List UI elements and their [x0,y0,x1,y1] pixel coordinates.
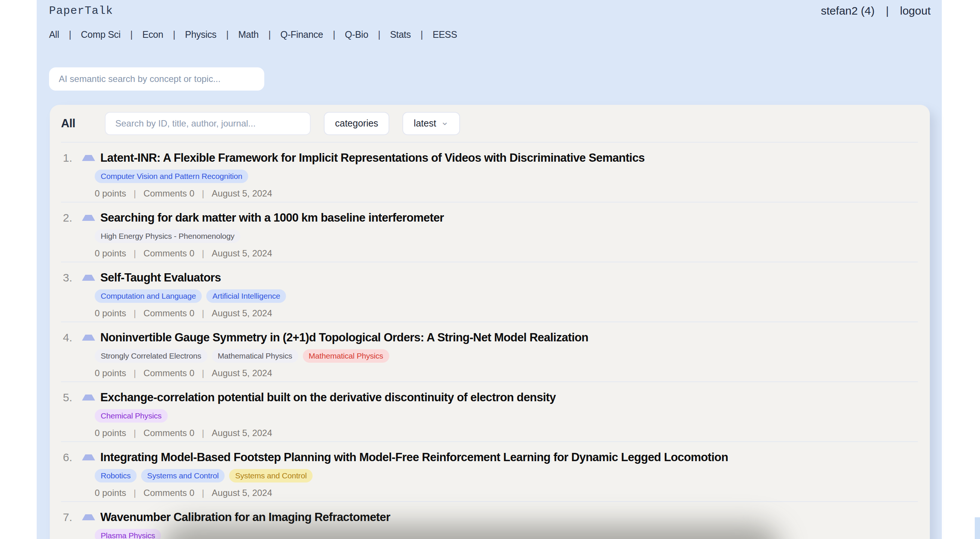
nav-item-eess[interactable]: EESS [433,29,457,40]
logout-link[interactable]: logout [900,5,931,17]
item-date: August 5, 2024 [212,248,272,259]
paper-title-link[interactable]: Wavenumber Calibration for an Imaging Re… [100,510,390,524]
paper-search-input[interactable] [105,112,311,135]
nav-item-math[interactable]: Math [239,29,259,40]
upvote-icon[interactable] [82,335,95,340]
nav-item-q-bio[interactable]: Q-Bio [345,29,368,40]
nav-separator: | [378,29,380,40]
meta-separator: | [202,248,204,259]
upvote-icon[interactable] [82,514,95,520]
upvote-icon[interactable] [82,215,95,221]
paper-title-link[interactable]: Self-Taught Evaluators [100,271,221,285]
tag-systems-and-control[interactable]: Systems and Control [229,469,313,482]
tag-artificial-intelligence[interactable]: Artificial Intelligence [206,289,286,303]
tag-strongly-correlated-electrons[interactable]: Strongly Correlated Electrons [95,349,207,363]
item-meta: 0 points | Comments 0 | August 5, 2024 [95,308,918,318]
tag-computer-vision-and-pattern-recognition[interactable]: Computer Vision and Pattern Recognition [95,170,248,183]
item-rank: 4. [61,331,72,344]
item-rank: 7. [61,511,72,524]
item-tags: Computer Vision and Pattern Recognition [95,170,918,183]
tag-plasma-physics[interactable]: Plasma Physics [95,529,161,539]
tag-mathematical-physics[interactable]: Mathematical Physics [303,349,389,363]
paper-title-link[interactable]: Latent-INR: A Flexible Framework for Imp… [100,151,644,165]
item-rank: 3. [61,271,72,284]
nav-separator: | [173,29,175,40]
meta-separator: | [202,368,204,378]
item-comments-link[interactable]: Comments 0 [143,428,194,438]
paper-title-link[interactable]: Searching for dark matter with a 1000 km… [100,211,444,224]
meta-separator: | [202,308,204,318]
sort-dropdown[interactable]: latest ⌄ [402,112,460,135]
categories-button[interactable]: categories [324,112,389,135]
nav-separator: | [420,29,423,40]
meta-separator: | [134,188,136,199]
upvote-icon[interactable] [82,394,95,401]
item-date: August 5, 2024 [212,488,272,498]
paper-list-panel: All categories latest ⌄ 1. Latent-INR: A… [50,105,930,539]
item-rank: 6. [61,451,72,464]
item-meta: 0 points | Comments 0 | August 5, 2024 [95,368,918,378]
meta-separator: | [202,428,204,438]
nav-item-physics[interactable]: Physics [185,29,216,40]
tag-robotics[interactable]: Robotics [95,469,137,482]
item-rank: 2. [61,211,72,224]
bottom-right-edge-strip [975,517,980,539]
nav-separator: | [130,29,132,40]
item-comments-link[interactable]: Comments 0 [143,248,194,259]
meta-separator: | [202,488,204,498]
item-tags: Strongly Correlated ElectronsMathematica… [95,349,918,363]
meta-separator: | [134,428,136,438]
categories-button-label: categories [335,118,378,129]
tag-chemical-physics[interactable]: Chemical Physics [95,409,168,423]
paper-list-item: 6. Integrating Model-Based Footstep Plan… [61,441,918,501]
meta-separator: | [134,368,136,378]
item-rank: 1. [61,152,72,164]
item-meta: 0 points | Comments 0 | August 5, 2024 [95,248,918,259]
nav-separator: | [69,29,71,40]
paper-title-link[interactable]: Exchange-correlation potential built on … [100,391,556,404]
bottom-shadow-overlay [161,525,781,539]
upvote-icon[interactable] [82,455,95,460]
item-date: August 5, 2024 [212,308,272,318]
upvote-icon[interactable] [82,275,95,281]
chevron-down-icon: ⌄ [441,120,449,124]
nav-item-econ[interactable]: Econ [142,29,163,40]
nav-item-comp-sci[interactable]: Comp Sci [81,29,121,40]
nav-separator: | [226,29,228,40]
username-link[interactable]: stefan2 (4) [821,5,875,17]
item-meta: 0 points | Comments 0 | August 5, 2024 [95,188,918,199]
paper-list-item: 1. Latent-INR: A Flexible Framework for … [61,142,918,202]
tag-computation-and-language[interactable]: Computation and Language [95,289,202,303]
item-points: 0 points [95,188,126,199]
item-tags: High Energy Physics - Phenomenology [95,229,918,243]
item-meta: 0 points | Comments 0 | August 5, 2024 [95,488,918,498]
nav-item-q-finance[interactable]: Q-Finance [280,29,323,40]
item-date: August 5, 2024 [212,188,272,199]
nav-item-stats[interactable]: Stats [390,29,410,40]
panel-title: All [61,117,85,130]
item-date: August 5, 2024 [212,368,272,378]
item-comments-link[interactable]: Comments 0 [143,368,194,378]
meta-separator: | [202,188,204,199]
tag-systems-and-control[interactable]: Systems and Control [141,469,224,482]
ai-search-input[interactable] [49,67,264,91]
item-comments-link[interactable]: Comments 0 [143,308,194,318]
item-meta: 0 points | Comments 0 | August 5, 2024 [95,428,918,438]
paper-list-item: 3. Self-Taught Evaluators Computation an… [61,262,918,321]
paper-title-link[interactable]: Integrating Model-Based Footstep Plannin… [100,451,728,464]
category-nav: All|Comp Sci|Econ|Physics|Math|Q-Finance… [49,29,457,40]
app-logo[interactable]: PaperTalk [49,5,113,17]
nav-item-all[interactable]: All [49,29,59,40]
page-background: PaperTalk stefan2 (4) | logout All|Comp … [37,0,942,539]
upvote-icon[interactable] [82,155,95,161]
item-comments-link[interactable]: Comments 0 [143,188,194,199]
paper-list-item: 5. Exchange-correlation potential built … [61,382,918,441]
item-points: 0 points [95,308,126,318]
item-points: 0 points [95,488,126,498]
paper-title-link[interactable]: Noninvertible Gauge Symmetry in (2+1)d T… [100,331,589,344]
item-comments-link[interactable]: Comments 0 [143,488,194,498]
tag-mathematical-physics[interactable]: Mathematical Physics [212,349,298,363]
tag-high-energy-physics-phenomenology[interactable]: High Energy Physics - Phenomenology [95,229,240,243]
meta-separator: | [134,308,136,318]
item-tags: Chemical Physics [95,409,918,423]
